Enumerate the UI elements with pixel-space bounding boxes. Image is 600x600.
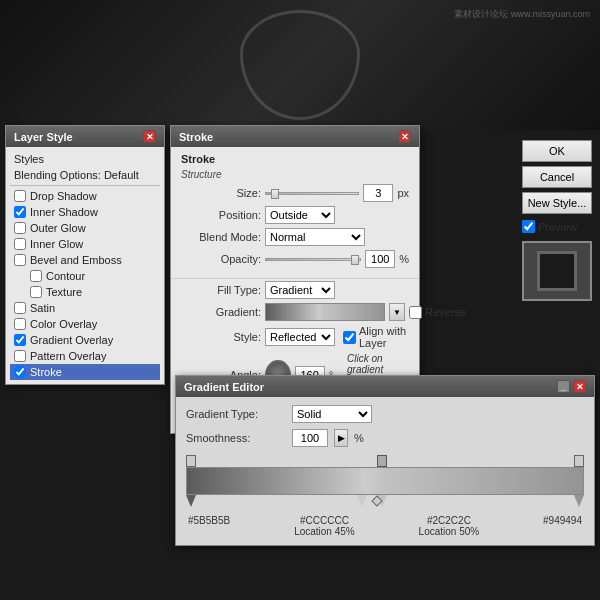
ge-title-btns: _ ✕ [557, 380, 586, 393]
smoothness-input[interactable] [292, 429, 328, 447]
stroke-label: Stroke [30, 366, 62, 378]
smoothness-label: Smoothness: [186, 432, 286, 444]
align-layer-label[interactable]: Align with Layer [343, 325, 409, 349]
layer-style-dialog: Layer Style ✕ Styles Blending Options: D… [5, 125, 165, 385]
opacity-label: Opacity: [181, 253, 261, 265]
gradient-overlay-item[interactable]: Gradient Overlay [10, 332, 160, 348]
smoothness-row: Smoothness: ▶ % [186, 429, 584, 447]
color-stop-100[interactable] [574, 495, 584, 507]
opacity-stops-row [186, 453, 584, 467]
opacity-input[interactable] [365, 250, 395, 268]
gradient-type-select[interactable]: Solid Noise [292, 405, 372, 423]
gradient-overlay-label: Gradient Overlay [30, 334, 113, 346]
gradient-dropdown-btn[interactable]: ▼ [389, 303, 405, 321]
gradient-label: Gradient: [181, 306, 261, 318]
contour-item[interactable]: Contour [10, 268, 160, 284]
preview-checkbox-row[interactable]: Preview [522, 220, 592, 233]
title-buttons: ✕ [143, 130, 156, 143]
gradient-preview-bar[interactable] [265, 303, 385, 321]
inner-shadow-checkbox[interactable] [14, 206, 26, 218]
size-slider-thumb[interactable] [271, 189, 279, 199]
gradient-bar-area [186, 453, 584, 511]
align-layer-text: Align with Layer [359, 325, 409, 349]
color-overlay-item[interactable]: Color Overlay [10, 316, 160, 332]
opacity-stop-left[interactable] [186, 455, 196, 467]
drop-shadow-checkbox[interactable] [14, 190, 26, 202]
size-slider[interactable] [265, 192, 359, 195]
ge-gradient-bar[interactable] [186, 467, 584, 495]
texture-checkbox[interactable] [30, 286, 42, 298]
satin-checkbox[interactable] [14, 302, 26, 314]
outer-glow-checkbox[interactable] [14, 222, 26, 234]
color-overlay-label: Color Overlay [30, 318, 97, 330]
color-stop-0[interactable] [186, 495, 196, 507]
blending-options-label: Blending Options: Default [14, 169, 139, 181]
stop-label-100: #949494 [543, 515, 582, 537]
blend-mode-select[interactable]: Normal [265, 228, 365, 246]
styles-item[interactable]: Styles [10, 151, 160, 167]
blending-options-item[interactable]: Blending Options: Default [10, 167, 160, 183]
stop-labels-row: #5B5B5B #CCCCCC Location 45% #2C2C2C Loc… [186, 515, 584, 537]
stop-color-100: #949494 [543, 515, 582, 526]
pattern-overlay-checkbox[interactable] [14, 350, 26, 362]
stop-color-0: #5B5B5B [188, 515, 230, 526]
gradient-type-row: Gradient Type: Solid Noise [186, 405, 584, 423]
inner-glow-checkbox[interactable] [14, 238, 26, 250]
ge-minimize-btn[interactable]: _ [557, 380, 570, 393]
contour-checkbox[interactable] [30, 270, 42, 282]
ge-close-btn[interactable]: ✕ [573, 380, 586, 393]
texture-item[interactable]: Texture [10, 284, 160, 300]
bevel-emboss-label: Bevel and Emboss [30, 254, 122, 266]
opacity-slider[interactable] [265, 258, 361, 261]
inner-shadow-label: Inner Shadow [30, 206, 98, 218]
smoothness-stepper-up[interactable]: ▶ [334, 429, 348, 447]
pattern-overlay-label: Pattern Overlay [30, 350, 106, 362]
preview-checkbox[interactable] [522, 220, 535, 233]
structure-section: Structure Size: 3 px Position: Outside I… [171, 167, 419, 278]
styles-label: Styles [14, 153, 44, 165]
bevel-emboss-checkbox[interactable] [14, 254, 26, 266]
blend-mode-row: Blend Mode: Normal [181, 228, 409, 246]
opacity-stop-mid[interactable] [377, 455, 387, 467]
fill-type-select[interactable]: Gradient Color Pattern [265, 281, 335, 299]
reverse-label[interactable]: Reverse [409, 306, 466, 319]
opacity-stop-right[interactable] [574, 455, 584, 467]
bevel-emboss-item[interactable]: Bevel and Emboss [10, 252, 160, 268]
stroke-checkbox[interactable] [14, 366, 26, 378]
watermark: 素材设计论坛 www.missyuan.com [454, 8, 590, 21]
stop-label-0: #5B5B5B [188, 515, 230, 537]
color-overlay-checkbox[interactable] [14, 318, 26, 330]
outer-glow-item[interactable]: Outer Glow [10, 220, 160, 236]
style-select[interactable]: Reflected Linear Radial Angle Diamond [265, 328, 335, 346]
new-style-button[interactable]: New Style... [522, 192, 592, 214]
smoothness-unit: % [354, 432, 364, 444]
opacity-slider-thumb[interactable] [351, 255, 359, 265]
align-layer-checkbox[interactable] [343, 331, 356, 344]
style-row: Style: Reflected Linear Radial Angle Dia… [181, 325, 409, 349]
preview-area [522, 241, 592, 301]
fill-type-label: Fill Type: [181, 284, 261, 296]
size-input[interactable]: 3 [363, 184, 393, 202]
stroke-close-btn[interactable]: ✕ [398, 130, 411, 143]
pattern-overlay-item[interactable]: Pattern Overlay [10, 348, 160, 364]
stroke-item[interactable]: Stroke [10, 364, 160, 380]
position-select[interactable]: Outside Inside Center [265, 206, 335, 224]
cancel-button[interactable]: Cancel [522, 166, 592, 188]
close-button[interactable]: ✕ [143, 130, 156, 143]
contour-label: Contour [46, 270, 85, 282]
side-buttons-panel: OK Cancel New Style... Preview [522, 140, 592, 301]
stroke-panel-title: Stroke [179, 131, 213, 143]
size-unit: px [397, 187, 409, 199]
preview-label: Preview [538, 221, 577, 233]
inner-shadow-item[interactable]: Inner Shadow [10, 204, 160, 220]
drop-shadow-item[interactable]: Drop Shadow [10, 188, 160, 204]
stop-label-50: #2C2C2C Location 50% [419, 515, 480, 537]
stroke-panel-title-btns: ✕ [398, 130, 411, 143]
reverse-checkbox[interactable] [409, 306, 422, 319]
inner-glow-item[interactable]: Inner Glow [10, 236, 160, 252]
ge-title: Gradient Editor [184, 381, 264, 393]
color-stop-45[interactable] [357, 495, 367, 507]
satin-item[interactable]: Satin [10, 300, 160, 316]
gradient-overlay-checkbox[interactable] [14, 334, 26, 346]
ok-button[interactable]: OK [522, 140, 592, 162]
